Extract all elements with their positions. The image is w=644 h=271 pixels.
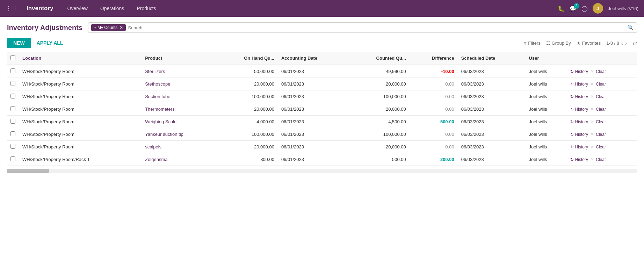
col-header-on-hand[interactable]: On Hand Qu... [216,52,278,65]
col-header-location[interactable]: Location ↑ [19,52,142,65]
cell-counted-qty[interactable]: 100,000.00 [349,90,410,103]
page-header: Inventory Adjustments ▿ My Counts ✕ 🔍 [7,22,637,33]
row-checkbox-cell[interactable] [7,116,19,128]
table-row[interactable]: WH/Stock/Property Room Sterilizers 50,00… [7,65,637,78]
select-all-checkbox[interactable] [10,55,15,60]
row-checkbox-cell[interactable] [7,153,19,166]
clock-icon[interactable]: ◯ [581,5,588,12]
cell-on-hand: 50,000.00 [216,65,278,78]
cell-counted-qty[interactable]: 100,000.00 [349,128,410,141]
cell-counted-qty[interactable]: 20,000.00 [349,141,410,153]
clear-button-6[interactable]: Clear [596,145,606,149]
cell-counted-qty[interactable]: 20,000.00 [349,78,410,90]
col-header-difference[interactable]: Difference [410,52,458,65]
filters-button[interactable]: ▿ Filters [524,41,540,46]
history-button-7[interactable]: ↻ History [570,157,588,162]
search-icon[interactable]: 🔍 [627,24,634,31]
cell-product[interactable]: scalpels [142,141,216,153]
user-label[interactable]: Joel wills (V16) [608,6,638,11]
cell-actions: ↻ History ✕ Clear [567,116,637,128]
new-button[interactable]: NEW [7,38,31,48]
avatar[interactable]: J [593,3,603,14]
cell-product[interactable]: Suction tube [142,90,216,103]
filters-label: Filters [528,41,540,46]
cell-product[interactable]: Stethoscope [142,78,216,90]
clear-button-2[interactable]: Clear [596,94,606,99]
favorites-button[interactable]: ★ Favorites [577,41,601,46]
row-checkbox-7[interactable] [10,156,15,161]
horizontal-scrollbar[interactable] [7,169,637,173]
cell-product[interactable]: Yankeur suction tip [142,128,216,141]
history-button-5[interactable]: ↻ History [570,132,588,137]
history-button-0[interactable]: ↻ History [570,69,588,74]
row-checkbox-4[interactable] [10,119,15,124]
col-header-counted-qty[interactable]: Counted Qu... [349,52,410,65]
row-checkbox-cell[interactable] [7,90,19,103]
search-input[interactable] [128,25,627,30]
cell-scheduled-date: 06/03/2023 [458,128,526,141]
row-checkbox-0[interactable] [10,68,15,73]
apply-all-button[interactable]: APPLY ALL [34,39,66,47]
cell-product[interactable]: Zolgensma [142,153,216,166]
cell-counted-qty[interactable]: 500.00 [349,153,410,166]
nav-operations[interactable]: Operations [97,4,127,13]
column-settings-icon[interactable]: ⇄ [632,40,637,46]
row-checkbox-3[interactable] [10,106,15,111]
clear-button-5[interactable]: Clear [596,132,606,137]
clear-button-0[interactable]: Clear [596,69,606,74]
bug-icon[interactable]: 🐛 [558,5,565,12]
header-checkbox-cell[interactable] [7,52,19,65]
scroll-thumb[interactable] [7,169,49,173]
history-button-1[interactable]: ↻ History [570,82,588,87]
cell-counted-qty[interactable]: 20,000.00 [349,103,410,116]
row-checkbox-cell[interactable] [7,65,19,78]
table-row[interactable]: WH/Stock/Property Room Weighing Scale 4,… [7,116,637,128]
filter-tag-close-icon[interactable]: ✕ [120,25,123,30]
col-header-user[interactable]: User [526,52,567,65]
col-header-scheduled-date[interactable]: Scheduled Date [458,52,526,65]
row-checkbox-2[interactable] [10,94,15,98]
clear-button-4[interactable]: Clear [596,119,606,124]
col-header-accounting-date[interactable]: Accounting Date [278,52,349,65]
cell-product[interactable]: Sterilizers [142,65,216,78]
clear-button-3[interactable]: Clear [596,107,606,112]
col-header-actions [567,52,637,65]
row-checkbox-6[interactable] [10,144,15,149]
brand-logo[interactable]: Inventory [27,5,53,12]
table-row[interactable]: WH/Stock/Property Room Suction tube 100,… [7,90,637,103]
grid-icon[interactable]: ⋮⋮ [6,5,18,12]
row-checkbox-cell[interactable] [7,128,19,141]
history-button-6[interactable]: ↻ History [570,145,588,149]
row-checkbox-1[interactable] [10,81,15,86]
filter-icon: ▿ [524,41,527,46]
cell-counted-qty[interactable]: 4,500.00 [349,116,410,128]
clear-button-1[interactable]: Clear [596,82,606,87]
cell-product[interactable]: Weighing Scale [142,116,216,128]
row-checkbox-cell[interactable] [7,103,19,116]
table-row[interactable]: WH/Stock/Property Room scalpels 20,000.0… [7,141,637,153]
filter-tag-my-counts[interactable]: ▿ My Counts ✕ [91,24,126,31]
table-row[interactable]: WH/Stock/Property Room Thermometers 20,0… [7,103,637,116]
table-row[interactable]: WH/Stock/Property Room Yankeur suction t… [7,128,637,141]
row-checkbox-cell[interactable] [7,141,19,153]
nav-products[interactable]: Products [134,4,159,13]
table-row[interactable]: WH/Stock/Property Room Stethoscope 20,00… [7,78,637,90]
nav-overview[interactable]: Overview [65,4,91,13]
history-button-3[interactable]: ↻ History [570,107,588,112]
prev-page-icon[interactable]: ‹ [621,40,623,46]
cell-user: Joel wills [526,141,567,153]
search-bar: ▿ My Counts ✕ 🔍 [88,22,637,33]
col-header-product[interactable]: Product [142,52,216,65]
group-by-button[interactable]: ☷ Group By [546,41,571,46]
row-checkbox-5[interactable] [10,131,15,136]
cell-counted-qty[interactable]: 49,990.00 [349,65,410,78]
row-checkbox-cell[interactable] [7,78,19,90]
table-row[interactable]: WH/Stock/Property Room/Rack 1 Zolgensma … [7,153,637,166]
history-button-2[interactable]: ↻ History [570,94,588,99]
cell-accounting-date: 06/01/2023 [278,141,349,153]
clear-button-7[interactable]: Clear [596,157,606,162]
chat-icon[interactable]: 💬 2 [570,5,577,12]
cell-product[interactable]: Thermometers [142,103,216,116]
history-button-4[interactable]: ↻ History [570,119,588,124]
next-page-icon[interactable]: › [625,40,627,46]
